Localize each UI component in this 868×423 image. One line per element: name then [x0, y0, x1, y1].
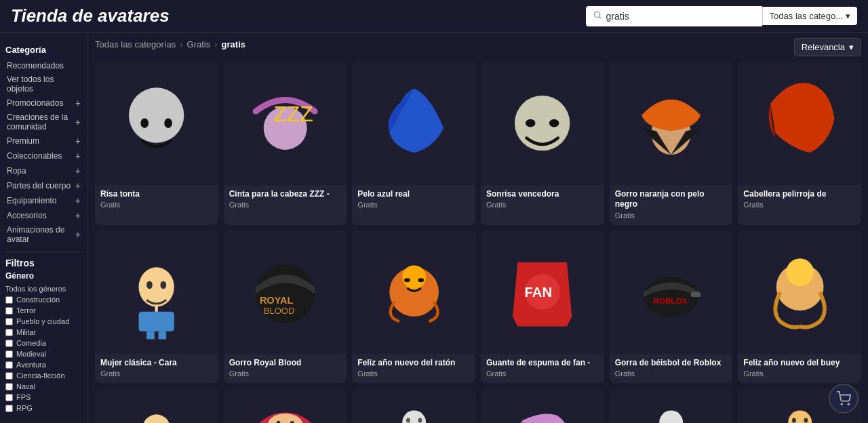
item-price: Gratis: [486, 369, 599, 378]
genre-checkbox[interactable]: [5, 296, 13, 304]
item-info: Feliz año nuevo del ratón Gratis: [352, 354, 475, 384]
svg-text:ZZZ: ZZZ: [273, 102, 313, 126]
sidebar-item-coleccionables[interactable]: Coleccionables +: [5, 148, 82, 163]
content-area: Todas las categorías › Gratis › gratis R…: [88, 33, 868, 423]
sidebar-item-ropa[interactable]: Ropa +: [5, 163, 82, 178]
plus-icon: +: [75, 229, 81, 240]
svg-point-12: [146, 281, 153, 289]
item-card[interactable]: Pelo azul real Gratis: [352, 62, 475, 225]
sidebar-genre-ciencia[interactable]: Ciencia-ficción: [5, 370, 82, 381]
plus-icon: +: [75, 210, 81, 221]
svg-text:FAN: FAN: [525, 285, 553, 300]
category-dropdown-label: Todas las catego...: [770, 11, 843, 21]
item-name: Sonrisa vencedora: [486, 189, 599, 200]
item-card[interactable]: ROYAL BLOOD Gorro Royal Blood Gratis: [224, 230, 347, 383]
item-price: Gratis: [615, 212, 728, 220]
sidebar-item-label: Coleccionables: [7, 151, 62, 161]
sidebar-item-recomendados[interactable]: Recomendados: [5, 59, 82, 73]
item-card[interactable]: FAN Guante de espuma de fan - Gratis: [481, 230, 604, 383]
search-container: [586, 6, 762, 26]
sidebar-genre-construccion[interactable]: Construcción: [5, 294, 82, 305]
item-name: Pelo azul real: [357, 189, 470, 200]
category-section-title: Categoría: [5, 45, 82, 55]
svg-point-13: [161, 281, 167, 289]
search-input[interactable]: [606, 11, 742, 22]
sidebar-item-label: Animaciones de avatar: [7, 225, 75, 244]
item-info: Risa tonta Gratis: [95, 185, 218, 215]
item-info: Sonrisa vencedora Gratis: [481, 185, 604, 215]
sidebar-genre-terror[interactable]: Terror: [5, 305, 82, 316]
item-thumbnail: [610, 388, 733, 423]
genre-checkbox[interactable]: [5, 318, 13, 325]
sidebar-genre-all[interactable]: Todos los géneros: [5, 283, 82, 294]
genre-checkbox[interactable]: [5, 405, 13, 412]
sidebar-item-premium[interactable]: Premium +: [5, 134, 82, 148]
svg-point-22: [402, 265, 426, 289]
item-thumbnail: ZZZ: [224, 62, 347, 185]
sidebar-item-accesorios[interactable]: Accesorios +: [5, 208, 82, 223]
item-thumbnail: [352, 388, 475, 423]
item-name: Feliz año nuevo del ratón: [357, 358, 470, 369]
sort-dropdown[interactable]: Relevancia ▾: [794, 38, 861, 56]
sidebar-genre-fps[interactable]: FPS: [5, 392, 82, 403]
sidebar-genre-rpg[interactable]: RPG: [5, 403, 82, 414]
sidebar-genre-aventura[interactable]: Aventura: [5, 359, 82, 370]
item-info: Mujer clásica - Cara Gratis: [95, 354, 218, 384]
item-card[interactable]: Feliz año nuevo del buey Gratis: [738, 230, 861, 383]
item-name: Gorra de béisbol de Roblox: [615, 358, 728, 369]
sidebar-item-label: Premium: [7, 136, 39, 146]
sidebar-genre-comedia[interactable]: Comedia: [5, 338, 82, 348]
sidebar-genre-militar[interactable]: Militar: [5, 327, 82, 338]
item-card[interactable]: Feliz año nuevo del ratón Gratis: [352, 230, 475, 383]
genre-checkbox[interactable]: [5, 394, 13, 401]
item-card[interactable]: Risa tonta Gratis: [95, 62, 218, 225]
item-card[interactable]: Mujer clásica - Cara Gratis: [95, 230, 218, 383]
sidebar-item-equipamiento[interactable]: Equipamiento +: [5, 193, 82, 208]
sidebar-item-animaciones[interactable]: Animaciones de avatar +: [5, 223, 82, 246]
svg-point-47: [402, 411, 426, 423]
genre-checkbox[interactable]: [5, 340, 13, 347]
svg-point-70: [848, 403, 849, 405]
svg-point-9: [549, 119, 559, 127]
item-info: Pelo azul real Gratis: [352, 185, 475, 215]
svg-point-24: [418, 278, 424, 282]
item-card[interactable]: Sonrisa vencedora Gratis: [481, 62, 604, 225]
item-info: Gorra de béisbol de Roblox Gratis: [610, 354, 733, 384]
sidebar-item-label: Ver todos los objetos: [7, 75, 81, 94]
genre-checkbox[interactable]: [5, 350, 13, 358]
sidebar-item-label: Creaciones de la comunidad: [7, 113, 75, 132]
item-card[interactable]: Cabellera pelirroja de Gratis: [738, 62, 861, 225]
item-card[interactable]: ZZZ Cinta para la cabeza ZZZ - Gratis: [224, 62, 347, 225]
item-card[interactable]: Gorro naranja con pelo negro Gratis: [610, 62, 733, 225]
item-card[interactable]: Inclinación Gratis: [610, 388, 733, 423]
cart-button[interactable]: [829, 384, 859, 414]
genre-checkbox[interactable]: [5, 372, 13, 380]
genre-checkbox[interactable]: [5, 383, 13, 390]
item-price: Gratis: [615, 369, 728, 378]
breadcrumb-parent[interactable]: Gratis: [187, 39, 211, 49]
plus-icon: +: [75, 136, 81, 146]
item-card[interactable]: ROBLOX Gorra de béisbol de Roblox Gratis: [610, 230, 733, 383]
breadcrumb-all[interactable]: Todas las categorías: [95, 39, 176, 49]
sidebar-genre-medieval[interactable]: Medieval: [5, 348, 82, 359]
plus-icon: +: [75, 165, 81, 176]
category-dropdown[interactable]: Todas las catego... ▾: [762, 7, 857, 25]
genre-checkbox[interactable]: [5, 307, 13, 315]
sidebar-genre-naval[interactable]: Naval: [5, 381, 82, 392]
item-price: Gratis: [357, 369, 470, 378]
item-info: Gorro naranja con pelo negro Gratis: [610, 185, 733, 225]
item-name: Cabellera pelirroja de: [743, 189, 856, 200]
sidebar-genre-pueblo[interactable]: Pueblo y ciudad: [5, 316, 82, 327]
sidebar-item-todos[interactable]: Ver todos los objetos: [5, 73, 82, 96]
sidebar-item-partes[interactable]: Partes del cuerpo +: [5, 178, 82, 193]
sidebar-item-promocionados[interactable]: Promocionados +: [5, 96, 82, 110]
item-card[interactable]: Disco Poster Girl - Zara Larsson Gratis: [224, 388, 347, 423]
sidebar-item-comunidad[interactable]: Creaciones de la comunidad +: [5, 110, 82, 134]
genre-checkbox[interactable]: [5, 361, 13, 369]
svg-point-8: [526, 119, 536, 127]
item-card[interactable]: Linlin Gratis: [95, 388, 218, 423]
item-card[interactable]: Aplauso Gratis: [352, 388, 475, 423]
genre-checkbox[interactable]: [5, 329, 13, 336]
sidebar-divider: [5, 251, 82, 252]
item-card[interactable]: Recogido lavanda Gratis: [481, 388, 604, 423]
